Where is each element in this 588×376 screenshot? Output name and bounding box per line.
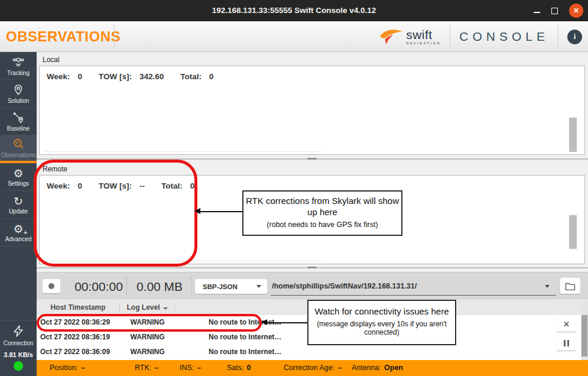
close-icon[interactable]: ✕ [569, 4, 583, 18]
log-scrollbar-thumb[interactable] [581, 315, 587, 356]
remote-scrollbar-thumb[interactable] [569, 215, 577, 249]
sidebar-item-label: Advanced [5, 236, 31, 242]
sidebar-item-settings[interactable]: ⚙ Settings [0, 163, 37, 191]
remote-stats: Week:0 TOW [s]:-- Total:0 [47, 181, 211, 190]
minimize-icon[interactable] [534, 12, 540, 13]
annotation-arrow-log [266, 322, 307, 323]
annotation-arrowhead-log [261, 319, 267, 325]
recording-size: 0.00 MB [130, 273, 189, 300]
sort-caret-icon [163, 307, 168, 310]
toolbar-divider [126, 276, 127, 296]
week-value: 0 [78, 72, 83, 81]
log-timestamp: Oct 27 2022 08:36:29 [40, 315, 121, 330]
record-button[interactable] [43, 279, 60, 293]
annotation-text: Watch for connectivity issues here [308, 301, 455, 317]
status-position: Position:– [50, 360, 85, 376]
local-stats: Week:0 TOW [s]:342.60 Total:0 [47, 72, 230, 81]
column-header-host-timestamp[interactable]: Host Timestamp [37, 300, 119, 315]
sidebar-item-observations[interactable]: Observations [0, 135, 37, 163]
status-rtk: RTK:– [135, 360, 158, 376]
log-row[interactable]: Oct 27 2022 08:36:09 WARNING No route to… [37, 345, 581, 359]
panel-inner-divider [44, 261, 322, 261]
week-value: 0 [78, 181, 83, 190]
week-label: Week: [47, 181, 70, 190]
chevron-down-icon[interactable] [545, 285, 550, 288]
annotation-arrowhead-remote [194, 208, 200, 214]
satellite-icon [11, 56, 25, 69]
column-header-label: Log Level [126, 303, 160, 312]
sidebar-item-baseline[interactable]: Baseline [0, 108, 37, 135]
sidebar-item-label: Settings [8, 180, 29, 187]
observations-magnifier-icon [11, 138, 25, 151]
sidebar-item-advanced[interactable]: ⚙ + Advanced [0, 219, 37, 247]
tow-value: -- [139, 181, 145, 190]
sidebar-item-connection[interactable]: Connection [0, 324, 37, 346]
log-scrollbar[interactable] [581, 300, 588, 360]
swift-bird-icon [379, 27, 404, 47]
window-title: 192.168.131.33:55555 Swift Console v4.0.… [0, 0, 588, 21]
swift-console-window: 192.168.131.33:55555 Swift Console v4.0.… [0, 0, 588, 376]
annotation-subtext: (message displays every 10s if you aren'… [308, 320, 455, 336]
throughput-readout: 3.81 KB/s [0, 351, 37, 358]
log-message: No route to Internet… [174, 345, 581, 359]
log-directory-underline [271, 295, 556, 296]
location-pin-icon [12, 83, 25, 96]
status-label: RTK: [135, 364, 151, 372]
folder-icon [565, 281, 576, 291]
tow-label: TOW [s]: [99, 72, 132, 81]
clear-icon: ✕ [563, 320, 570, 329]
format-select[interactable]: SBP-JSON [195, 279, 267, 294]
status-bar: Position:– RTK:– INS:– Sats:0 Correction… [37, 360, 588, 376]
sidebar-item-solution[interactable]: Solution [0, 80, 37, 108]
status-correction-age: Correction Age:– [284, 360, 342, 376]
titlebar: 192.168.131.33:55555 Swift Console v4.0.… [0, 0, 588, 21]
local-observations-panel: Week:0 TOW [s]:342.60 Total:0 [39, 66, 585, 155]
chevron-down-icon [256, 285, 261, 288]
splitter-handle[interactable] [307, 267, 317, 268]
browse-folder-button[interactable] [560, 278, 580, 294]
status-label: INS: [180, 364, 194, 372]
info-icon[interactable]: i [567, 30, 582, 44]
column-header-log-level[interactable]: Log Level [121, 300, 173, 315]
tow-value: 342.60 [139, 72, 164, 81]
status-label: Antenna: [352, 364, 381, 372]
status-value: – [81, 364, 85, 372]
product-name: CONSOLE [459, 30, 549, 44]
status-label: Correction Age: [284, 364, 334, 372]
format-selected-value: SBP-JSON [203, 283, 238, 290]
recording-toolbar: 00:00:00 0.00 MB SBP-JSON /home/stphilli… [37, 272, 588, 300]
sidebar-item-update[interactable]: ↻ Update [0, 191, 37, 219]
update-refresh-icon: ↻ [14, 195, 23, 207]
swift-navigation-logo: swift NAVIGATION [379, 27, 441, 47]
status-value: – [197, 364, 201, 372]
header-divider [558, 25, 558, 48]
log-directory-input[interactable]: /home/stphillips/SwiftNav/192.168.131.31… [272, 273, 417, 300]
local-scrollbar-thumb[interactable] [569, 118, 577, 152]
sidebar-item-label: Update [9, 208, 28, 215]
maximize-icon[interactable] [551, 8, 558, 14]
pause-log-button[interactable] [557, 336, 576, 351]
record-icon [48, 283, 54, 289]
splitter-handle[interactable] [307, 158, 317, 160]
gear-icon: ⚙ [13, 167, 23, 179]
sidebar-item-label: Baseline [7, 125, 30, 132]
baseline-vector-icon [12, 111, 25, 124]
annotation-subtext: (robot needs to have GPS fix first) [243, 221, 401, 229]
header-divider [114, 24, 115, 48]
remote-panel-title: Remote [43, 165, 67, 173]
tow-label: TOW [s]: [99, 181, 132, 190]
sidebar-item-tracking[interactable]: Tracking [0, 52, 37, 80]
brand-subtitle: NAVIGATION [406, 42, 441, 46]
plus-icon: + [24, 229, 27, 236]
sidebar-item-label: Connection [4, 340, 34, 346]
local-panel-title: Local [43, 56, 60, 64]
annotation-text: RTK corrections from Skylark will show u… [243, 192, 401, 218]
status-value: – [154, 364, 158, 372]
status-label: Sats: [227, 364, 244, 372]
sidebar: Tracking Solution Baseline [0, 52, 37, 376]
total-label: Total: [161, 181, 183, 190]
clear-log-button[interactable]: ✕ [557, 317, 576, 332]
status-value: 0 [247, 364, 251, 372]
column-divider [119, 303, 120, 313]
status-sats: Sats:0 [227, 360, 251, 376]
